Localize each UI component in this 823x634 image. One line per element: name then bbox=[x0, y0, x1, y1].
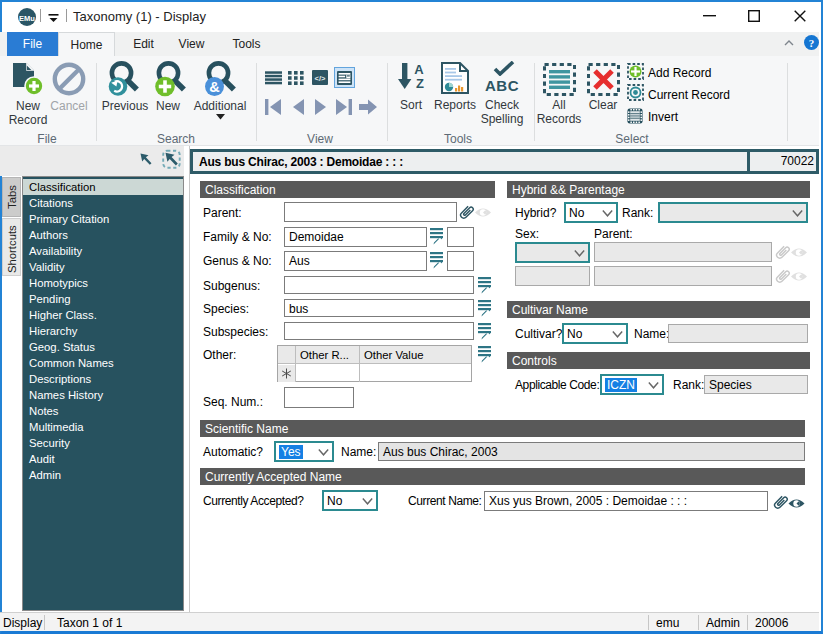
svg-text:Z: Z bbox=[416, 76, 424, 91]
svg-text:A: A bbox=[414, 63, 424, 77]
svg-text:?: ? bbox=[809, 37, 815, 49]
svg-text:</>: </> bbox=[315, 74, 326, 83]
svg-text:EMu: EMu bbox=[19, 14, 35, 23]
svg-text:&: & bbox=[209, 79, 220, 95]
